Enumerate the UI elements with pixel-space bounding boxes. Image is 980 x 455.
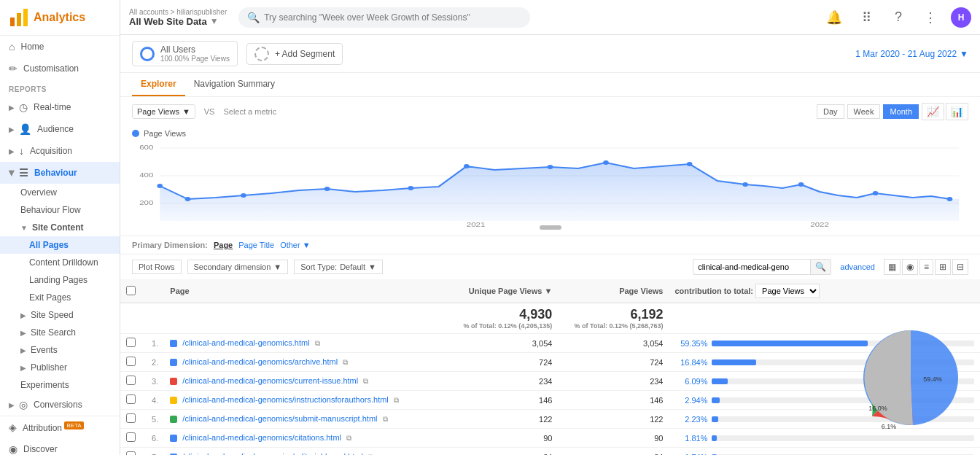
svg-point-12: [241, 193, 246, 198]
pie-chart: 59.4% 16.0% 6.1%: [856, 323, 965, 432]
row-page-link[interactable]: /clinical-and-medical-genomics/citations…: [182, 433, 341, 442]
sidebar-attribution[interactable]: ◈ Attribution BETA: [0, 416, 120, 438]
sidebar-item-behaviour-flow[interactable]: Behaviour Flow: [0, 201, 120, 219]
sort-type-select[interactable]: Sort Type: Default ▼: [294, 260, 383, 274]
time-week-button[interactable]: Week: [847, 104, 881, 119]
row-checkbox[interactable]: [126, 413, 136, 423]
svg-point-13: [324, 187, 330, 191]
behaviour-icon: ☰: [19, 167, 28, 179]
discover-icon: ◉: [9, 443, 18, 455]
reports-section-label: REPORTS: [0, 79, 120, 96]
row-page-views: 90: [558, 429, 669, 448]
row-page-views: 122: [558, 410, 669, 429]
row-page-link[interactable]: /clinical-and-medical-genomics/current-i…: [182, 376, 358, 385]
row-external-link-icon[interactable]: ⧉: [383, 415, 388, 423]
row-checkbox-cell: [120, 429, 141, 448]
add-segment-button[interactable]: + Add Segment: [246, 43, 343, 65]
realtime-icon: ◷: [19, 101, 28, 113]
sidebar-item-site-search[interactable]: ▶ Site Search: [0, 324, 120, 341]
avatar[interactable]: H: [951, 7, 971, 28]
sidebar-home[interactable]: ⌂ Home: [0, 36, 120, 58]
sidebar-behaviour[interactable]: ▶ ☰ Behaviour: [0, 162, 120, 184]
table-search-button[interactable]: 🔍: [810, 260, 831, 274]
time-day-button[interactable]: Day: [817, 104, 844, 119]
row-num: 3.: [141, 372, 164, 391]
sidebar-item-events[interactable]: ▶ Events: [0, 341, 120, 359]
sidebar-item-publisher[interactable]: ▶ Publisher: [0, 359, 120, 376]
line-chart-button[interactable]: 📈: [922, 103, 944, 120]
row-external-link-icon[interactable]: ⧉: [394, 396, 399, 404]
contribution-metric-select[interactable]: Page Views: [755, 284, 820, 298]
row-external-link-icon[interactable]: ⧉: [363, 377, 368, 385]
sidebar-item-exit-pages[interactable]: Exit Pages: [0, 289, 120, 306]
sidebar-customisation[interactable]: ✏ Customisation: [0, 58, 120, 79]
row-checkbox[interactable]: [126, 357, 136, 366]
sidebar-item-site-content[interactable]: ▼ Site Content: [0, 219, 120, 236]
th-page[interactable]: Page: [164, 279, 429, 303]
sidebar-realtime[interactable]: ▶ ◷ Real-time: [0, 96, 120, 118]
row-page-link[interactable]: /clinical-and-medical-genomics/submit-ma…: [182, 414, 377, 423]
select-all-checkbox[interactable]: [126, 286, 136, 295]
site-search-expand-icon: ▶: [20, 329, 26, 337]
row-unique-views: 90: [429, 429, 559, 448]
sidebar-item-site-speed[interactable]: ▶ Site Speed: [0, 306, 120, 324]
select-metric-button[interactable]: Select a metric: [223, 107, 276, 116]
sidebar-item-content-drilldown[interactable]: Content Drilldown: [0, 254, 120, 271]
row-checkbox[interactable]: [126, 432, 136, 442]
sidebar-conversions[interactable]: ▶ ◎ Conversions: [0, 394, 120, 416]
sidebar-discover[interactable]: ◉ Discover: [0, 438, 120, 455]
segment-chip-all-users[interactable]: All Users 100.00% Page Views: [132, 41, 238, 66]
plot-rows-button[interactable]: Plot Rows: [132, 260, 182, 274]
th-unique-page-views[interactable]: Unique Page Views ▼: [429, 279, 559, 303]
row-page-link[interactable]: /clinical-and-medical-genomics/editorial…: [182, 452, 363, 455]
row-page-link[interactable]: /clinical-and-medical-genomics/instructi…: [182, 395, 388, 404]
table-search-input[interactable]: [693, 260, 810, 273]
svg-text:2022: 2022: [810, 221, 829, 228]
row-checkbox[interactable]: [126, 451, 136, 455]
bar-chart-button[interactable]: 📊: [946, 103, 968, 120]
row-external-link-icon[interactable]: ⧉: [346, 434, 351, 442]
date-range[interactable]: 1 Mar 2020 - 21 Aug 2022 ▼: [855, 49, 968, 59]
row-external-link-icon[interactable]: ⧉: [343, 358, 348, 366]
row-checkbox[interactable]: [126, 338, 136, 347]
row-external-link-icon[interactable]: ⧉: [315, 339, 320, 347]
time-month-button[interactable]: Month: [883, 104, 919, 119]
sidebar-audience[interactable]: ▶ 👤 Audience: [0, 118, 120, 140]
sidebar-item-all-pages[interactable]: All Pages: [0, 236, 120, 254]
search-bar[interactable]: 🔍: [238, 7, 530, 28]
table-grid-button[interactable]: ▦: [884, 259, 901, 275]
more-vert-button[interactable]: ⋮: [919, 6, 942, 29]
sidebar-acquisition[interactable]: ▶ ↓ Acquisition: [0, 140, 120, 162]
sidebar-item-overview[interactable]: Overview: [0, 184, 120, 201]
contribution-header: contribution to total: Page Views: [674, 284, 849, 298]
row-unique-views: 3,054: [429, 334, 559, 353]
notifications-button[interactable]: 🔔: [822, 6, 846, 29]
breadcrumb-bottom[interactable]: All Web Site Data ▼: [129, 16, 227, 27]
sidebar-item-experiments[interactable]: Experiments: [0, 376, 120, 394]
table-compare-button[interactable]: ⊟: [952, 259, 968, 275]
main-area: All accounts > hiliarispublisher All Web…: [120, 0, 980, 455]
table-list-button[interactable]: ≡: [919, 259, 933, 275]
table-pie-button[interactable]: ◉: [902, 259, 918, 275]
advanced-button[interactable]: advanced: [840, 262, 875, 271]
row-page-link[interactable]: /clinical-and-medical-genomics.html: [182, 338, 309, 347]
table-bar-button[interactable]: ⊞: [935, 259, 951, 275]
apps-button[interactable]: ⠿: [855, 6, 878, 29]
help-button[interactable]: ?: [887, 6, 910, 29]
sidebar-item-landing-pages[interactable]: Landing Pages: [0, 271, 120, 289]
row-checkbox[interactable]: [126, 394, 136, 404]
dimension-other-link[interactable]: Other ▼: [280, 241, 310, 249]
scroll-indicator: [540, 225, 561, 230]
th-page-views[interactable]: Page Views: [558, 279, 669, 303]
metric-select[interactable]: Page Views ▼: [132, 104, 195, 119]
dimension-page-link[interactable]: Page: [214, 241, 233, 249]
tab-explorer[interactable]: Explorer: [132, 73, 185, 96]
svg-text:2021: 2021: [467, 221, 486, 228]
secondary-dimension-select[interactable]: Secondary dimension ▼: [187, 260, 289, 274]
row-checkbox[interactable]: [126, 376, 136, 385]
tab-navigation-summary[interactable]: Navigation Summary: [185, 73, 284, 96]
row-color-dot: [170, 416, 177, 423]
dimension-page-title-link[interactable]: Page Title: [238, 241, 274, 249]
search-input[interactable]: [264, 12, 521, 23]
row-page-link[interactable]: /clinical-and-medical-genomics/archive.h…: [182, 357, 338, 366]
